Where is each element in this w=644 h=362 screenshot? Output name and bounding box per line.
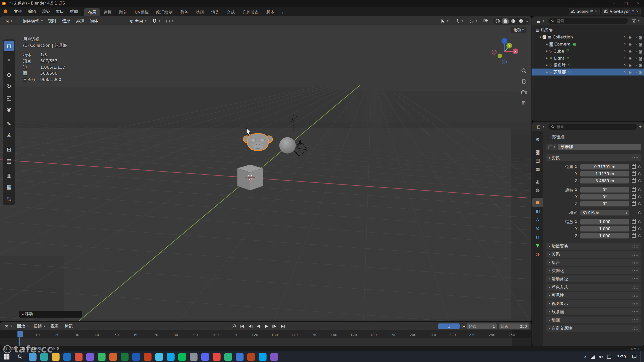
animate-dot[interactable] — [638, 195, 641, 198]
taskbar-app-icon[interactable] — [63, 353, 71, 360]
taskbar-app-icon[interactable] — [247, 353, 255, 360]
scale-x-field[interactable]: 1.000 — [580, 219, 629, 224]
viewport-menu-select[interactable]: 选择 — [59, 17, 72, 25]
lock-icon[interactable] — [632, 165, 636, 168]
shading-rendered-button[interactable] — [518, 18, 525, 24]
viewport-disable-icon[interactable] — [634, 70, 637, 74]
render-disable-icon[interactable] — [639, 35, 642, 39]
prev-keyframe-button[interactable] — [247, 323, 254, 329]
menu-render[interactable]: 渲染 — [39, 7, 53, 16]
taskbar-app-icon[interactable] — [52, 353, 60, 360]
workspace-tab-compositing[interactable]: 合成 — [223, 8, 239, 16]
taskbar-app-icon[interactable] — [190, 353, 197, 360]
outliner-row-cube[interactable]: Cube — [532, 48, 644, 55]
gizmo-z-label[interactable]: Z — [503, 39, 505, 43]
play-button[interactable] — [263, 323, 270, 329]
workspace-tab-texture-paint[interactable]: 纹理绘制 — [152, 8, 176, 16]
tool-12[interactable] — [4, 182, 14, 192]
section-collections[interactable]: 集合 — [546, 259, 641, 266]
frame-end-field[interactable]: 结束250 — [499, 324, 529, 329]
scene-new-icon[interactable]: ⊞ — [590, 10, 593, 13]
taskbar-app-icon[interactable] — [132, 353, 140, 360]
pin-icon[interactable]: ⌖ — [639, 125, 641, 129]
properties-tab-object-data[interactable]: ▼ — [532, 241, 543, 250]
auto-key-toggle[interactable] — [230, 323, 237, 329]
panel-grip[interactable] — [632, 294, 639, 297]
ortho-grid-icon[interactable] — [520, 99, 527, 106]
blender-app-menu-icon[interactable] — [0, 9, 11, 14]
lock-icon[interactable] — [632, 188, 636, 192]
navigation-gizmo[interactable]: Z Y X — [490, 37, 519, 67]
viewport-menu-add[interactable]: 添加 — [73, 17, 87, 25]
section-line-art[interactable]: 线条画 — [546, 308, 641, 315]
panel-grip[interactable] — [632, 319, 639, 321]
render-disable-icon[interactable] — [639, 49, 642, 53]
scale-z-field[interactable]: 1.000 — [580, 233, 629, 238]
selectable-toggle-icon[interactable] — [624, 63, 627, 67]
window-close-button[interactable]: × — [632, 0, 644, 7]
panel-grip[interactable] — [632, 245, 639, 247]
taskbar-clock[interactable]: 3:29 — [615, 354, 628, 359]
gizmo-neg-y[interactable] — [498, 54, 502, 58]
operator-panel[interactable]: 移动 — [19, 311, 82, 318]
panel-grip[interactable] — [632, 253, 639, 256]
location-x-field[interactable]: 0.31391 m — [580, 164, 629, 169]
animate-dot[interactable] — [638, 165, 641, 168]
viewport-3d[interactable]: 物体模式 视图 选择 添加 物体 全局 — [0, 16, 532, 321]
render-disable-icon[interactable] — [639, 42, 642, 46]
gizmo-neg-z[interactable] — [502, 60, 507, 64]
taskbar-app-icon[interactable] — [270, 353, 278, 360]
panel-grip[interactable] — [632, 261, 639, 264]
add-cube-tool[interactable] — [4, 144, 14, 155]
gizmos-toggle[interactable] — [453, 17, 465, 25]
outliner-editor-type-button[interactable]: ≣ — [535, 17, 546, 25]
gizmo-x-label[interactable]: X — [514, 50, 516, 53]
rotate-tool[interactable] — [4, 81, 14, 92]
tray-expand-icon[interactable]: ∧ — [584, 354, 587, 359]
taskbar-app-icon[interactable] — [98, 353, 106, 360]
location-y-field[interactable]: 1.1139 m — [580, 171, 629, 176]
timeline-marker-menu[interactable]: 标记 — [62, 322, 75, 331]
taskbar-app-icon[interactable] — [167, 353, 175, 360]
animate-dot[interactable] — [638, 227, 641, 230]
editor-type-button[interactable] — [3, 17, 14, 25]
transform-orientation-selector[interactable]: 全局 — [128, 17, 148, 25]
outliner-row-suzanne[interactable]: 苏珊娜 — [532, 69, 644, 76]
timeline-track[interactable] — [0, 338, 532, 346]
use-preview-range-icon[interactable] — [461, 324, 465, 328]
taskbar-app-icon[interactable] — [236, 353, 244, 360]
taskbar-app-icon[interactable] — [144, 353, 151, 360]
mode-selector[interactable]: 物体模式 — [15, 17, 45, 25]
object-visibility-dropdown[interactable] — [439, 17, 451, 25]
object-name-field[interactable]: 苏珊娜 — [558, 144, 641, 150]
outliner-search[interactable] — [548, 18, 628, 24]
outliner-filter-button[interactable] — [630, 17, 641, 25]
taskbar-app-icon[interactable] — [109, 353, 117, 360]
render-disable-icon[interactable] — [639, 70, 642, 74]
annotate-tool[interactable] — [4, 118, 14, 129]
viewlayer-new-icon[interactable]: ⊞ — [631, 10, 634, 13]
properties-tab-physics[interactable]: ⊙ — [532, 224, 543, 233]
tool-10[interactable] — [4, 156, 14, 166]
panel-grip[interactable] — [632, 286, 639, 288]
properties-tab-object[interactable]: ■ — [532, 198, 543, 207]
playback-menu[interactable]: 回放 — [15, 323, 31, 330]
hide-toggle-icon[interactable] — [628, 63, 631, 67]
shading-material-button[interactable] — [510, 18, 517, 24]
current-frame-field[interactable]: 1 — [438, 324, 460, 329]
viewport-canvas[interactable]: 用户透视 (1) Collection | 苏珊娜 物体1/5 顶点507/55… — [0, 25, 532, 321]
lock-icon[interactable] — [632, 195, 636, 198]
properties-tab-tool[interactable]: ⚙ — [532, 135, 543, 144]
outliner-search-input[interactable] — [556, 18, 625, 23]
collection-checkbox[interactable]: ✓ — [543, 35, 546, 39]
taskbar-app-icon[interactable] — [259, 353, 267, 360]
lock-icon[interactable] — [632, 220, 636, 223]
outliner-row-light[interactable]: Light — [532, 55, 644, 62]
scale-y-field[interactable]: 1.000 — [580, 226, 629, 232]
hide-toggle-icon[interactable] — [628, 35, 631, 39]
panel-grip[interactable] — [632, 269, 639, 272]
hide-toggle-icon[interactable] — [628, 56, 631, 60]
snapping-toggle[interactable] — [150, 17, 162, 25]
animate-dot[interactable] — [638, 172, 641, 175]
section-visibility[interactable]: 可见性 — [546, 292, 641, 299]
